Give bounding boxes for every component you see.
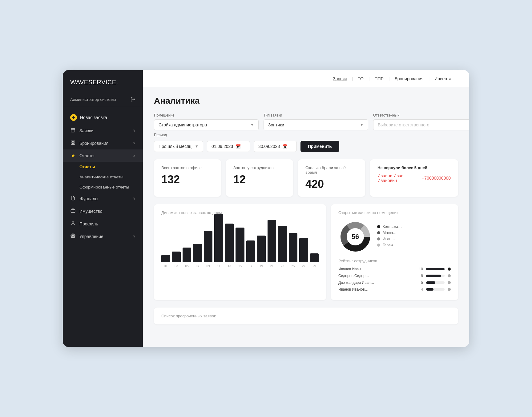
- bar: [268, 220, 276, 262]
- reports-label: Отчеты: [79, 153, 129, 158]
- responsible-select[interactable]: Выберите ответственного: [373, 119, 469, 130]
- bar-x-label: 29: [312, 264, 316, 268]
- rating-count: 4: [414, 287, 423, 292]
- rating-row: Сидоров Сидор… 8: [338, 274, 451, 278]
- page-title: Аналитика: [154, 96, 458, 106]
- ticket-type-arrow-icon: ▼: [360, 123, 364, 127]
- bookings-arrow: ∨: [133, 141, 135, 145]
- donut-legend: Комнама… Маша… Иван…: [377, 224, 451, 249]
- bar-x-label: 25: [291, 264, 295, 268]
- tickets-label: Заявки: [79, 128, 129, 133]
- rating-bar-fill: [426, 281, 435, 284]
- nav-tickets[interactable]: Заявки: [330, 75, 349, 82]
- nav-to[interactable]: ТО: [355, 75, 366, 82]
- management-arrow: ∨: [133, 234, 135, 238]
- sidebar-item-journals[interactable]: Журналы ∨: [63, 192, 143, 205]
- nav-bookings[interactable]: Бронирования: [392, 75, 426, 82]
- rating-bar-fill: [426, 288, 433, 291]
- legend-item-2: Иван…: [377, 237, 451, 241]
- rating-bar-wrap: [426, 275, 445, 277]
- responsible-filter: Ответственный Выберите ответственного: [373, 113, 469, 130]
- rating-count: 5: [414, 280, 423, 285]
- ticket-type-value: Зонтики: [268, 122, 284, 127]
- sidebar-item-management[interactable]: Управление ∨: [63, 230, 143, 243]
- sidebar-item-tickets[interactable]: Заявки ∨: [63, 124, 143, 137]
- bar: [161, 255, 170, 262]
- bar: [193, 244, 202, 262]
- bar-col: 29: [310, 253, 319, 268]
- location-arrow-icon: ▼: [250, 123, 254, 127]
- rating-dot: [448, 288, 451, 291]
- apply-button[interactable]: Применить: [300, 141, 339, 152]
- location-label: Помещение: [154, 113, 259, 117]
- bar-x-label: 11: [217, 264, 220, 268]
- legend-dot-3: [377, 244, 380, 247]
- bar-col: 05: [183, 248, 191, 268]
- date-from-input[interactable]: 01.09.2023 📅: [207, 141, 250, 152]
- rating-row: Иванов Иванов… 4: [338, 287, 451, 292]
- bar: [310, 253, 319, 262]
- logo-wave: WAVE: [70, 79, 88, 85]
- bar-col: 01: [161, 255, 170, 268]
- formed-sub-label: Сформированные отчеты: [79, 185, 129, 189]
- bar: [257, 236, 265, 262]
- sidebar-item-property[interactable]: Имущество: [63, 205, 143, 217]
- rating-row: Иванов Иван… 10: [338, 267, 451, 271]
- nav-inventory[interactable]: Инвента…: [432, 75, 458, 82]
- stat-card-0-value: 132: [161, 173, 214, 186]
- rating-name: Иванов Иван…: [338, 267, 411, 271]
- stat-card-0-title: Всего зонтов в офисе: [161, 165, 214, 170]
- profile-label: Профиль: [79, 221, 135, 226]
- date-to-input[interactable]: 30.09.2023 📅: [254, 141, 297, 152]
- rating-name: Сидоров Сидор…: [338, 274, 411, 278]
- location-select[interactable]: Стойка администратора ▼: [154, 119, 259, 130]
- rating-bar-wrap: [426, 281, 445, 284]
- stat-card-2: Сколько брали за всё время 420: [298, 159, 365, 197]
- period-select[interactable]: Прошлый месяц ▼: [154, 141, 203, 152]
- bar-x-label: 21: [270, 264, 273, 268]
- new-ticket-button[interactable]: + Новая заявка: [63, 111, 143, 124]
- bar-col: 15: [236, 228, 244, 268]
- sidebar-item-bookings[interactable]: Бронирования ∨: [63, 137, 143, 149]
- profile-icon: [70, 221, 76, 227]
- legend-label-3: Гараж…: [383, 243, 397, 247]
- rating-title: Рейтинг сотрудников: [338, 259, 451, 263]
- reports-sub-label: Отчеты: [79, 165, 95, 169]
- bar: [172, 252, 180, 262]
- calendar-from-icon: 📅: [236, 144, 241, 149]
- nav-ppr[interactable]: ППР: [372, 75, 386, 82]
- bar-chart: 010305070911131517192123252729: [161, 220, 319, 275]
- bar-x-label: 09: [207, 264, 210, 268]
- donut-center-value: 56: [352, 233, 359, 241]
- rating-bar-wrap: [426, 288, 445, 291]
- management-label: Управление: [79, 234, 129, 239]
- logout-icon[interactable]: [131, 97, 135, 102]
- legend-dot-2: [377, 237, 380, 240]
- ticket-type-select[interactable]: Зонтики ▼: [264, 119, 368, 130]
- svg-rect-8: [73, 143, 75, 145]
- sidebar-subitem-formed[interactable]: Сформированные отчеты: [63, 182, 143, 192]
- ticket-type-label: Тип заявки: [264, 113, 368, 117]
- alert-row: Иванов Иван Иванович +70000000000: [377, 173, 451, 183]
- bar: [289, 233, 297, 262]
- bar-col: 21: [268, 220, 276, 268]
- bar-x-label: 13: [228, 264, 231, 268]
- rating-section: Рейтинг сотрудников Иванов Иван… 10 Сидо…: [338, 259, 451, 292]
- bar-col: 07: [193, 244, 202, 268]
- top-nav: Заявки | ТО | ППР | Бронирования | Инвен…: [143, 70, 469, 87]
- bar-col: 09: [204, 231, 212, 268]
- stat-card-1-value: 12: [233, 173, 286, 186]
- svg-rect-6: [73, 141, 75, 142]
- bottom-title: Список просроченных заявок: [161, 314, 451, 318]
- donut-chart: 56: [338, 220, 372, 254]
- legend-dot-1: [377, 231, 380, 234]
- rating-bar-fill: [426, 268, 445, 270]
- sidebar-subitem-analytical[interactable]: Аналитические отчеты: [63, 172, 143, 182]
- sidebar-item-reports[interactable]: ★ Отчеты ∧: [63, 149, 143, 162]
- legend-label-2: Иван…: [383, 237, 395, 241]
- rating-name: Две мандари Иван…: [338, 280, 411, 285]
- sidebar-item-profile[interactable]: Профиль: [63, 217, 143, 230]
- svg-point-11: [72, 235, 74, 236]
- sidebar-subitem-reports[interactable]: Отчеты: [63, 162, 143, 172]
- journals-label: Журналы: [79, 196, 129, 201]
